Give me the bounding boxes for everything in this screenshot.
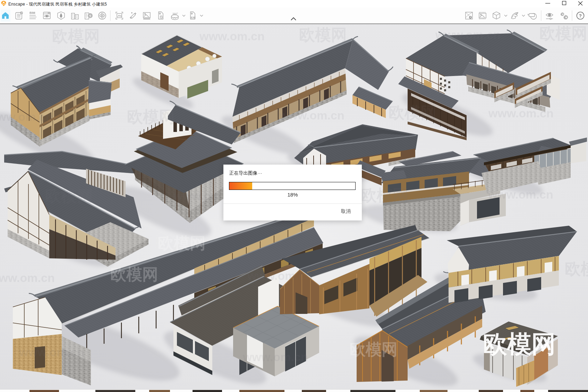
svg-text:欧模网: 欧模网 xyxy=(361,186,409,204)
svg-text:360°: 360° xyxy=(172,12,178,15)
svg-text:欧模网: 欧模网 xyxy=(299,26,347,44)
svg-text:www.om.cn: www.om.cn xyxy=(488,107,554,120)
svg-text:www.om.cn: www.om.cn xyxy=(488,188,553,201)
svg-text:欧模网: 欧模网 xyxy=(158,234,206,252)
svg-text:欧模网: 欧模网 xyxy=(483,331,556,358)
svg-text:www.om.cn: www.om.cn xyxy=(199,30,265,43)
svg-text:欧模网: 欧模网 xyxy=(389,103,436,122)
svg-text:欧模网: 欧模网 xyxy=(110,265,158,283)
svg-text:www.om.cn: www.om.cn xyxy=(0,110,53,123)
svg-text:欧模网: 欧模网 xyxy=(565,260,588,278)
svg-text:www.om.cn: www.om.cn xyxy=(279,109,344,122)
svg-text:EXE: EXE xyxy=(191,16,196,19)
svg-text:欧模网: 欧模网 xyxy=(539,24,587,42)
svg-text:欧模网: 欧模网 xyxy=(350,340,398,358)
svg-text:BIM: BIM xyxy=(29,11,35,15)
svg-text:欧模网: 欧模网 xyxy=(45,187,93,205)
svg-text:欧模网: 欧模网 xyxy=(127,108,175,126)
svg-text:www.om.cn: www.om.cn xyxy=(19,345,84,359)
svg-text:www.om.cn: www.om.cn xyxy=(435,28,501,41)
svg-text:www.om.cn: www.om.cn xyxy=(242,350,308,364)
svg-text:?: ? xyxy=(579,13,582,18)
svg-text:欧模网: 欧模网 xyxy=(52,27,100,45)
svg-text:www.om.cn: www.om.cn xyxy=(0,271,55,284)
svg-text:www.om.cn: www.om.cn xyxy=(247,269,313,282)
